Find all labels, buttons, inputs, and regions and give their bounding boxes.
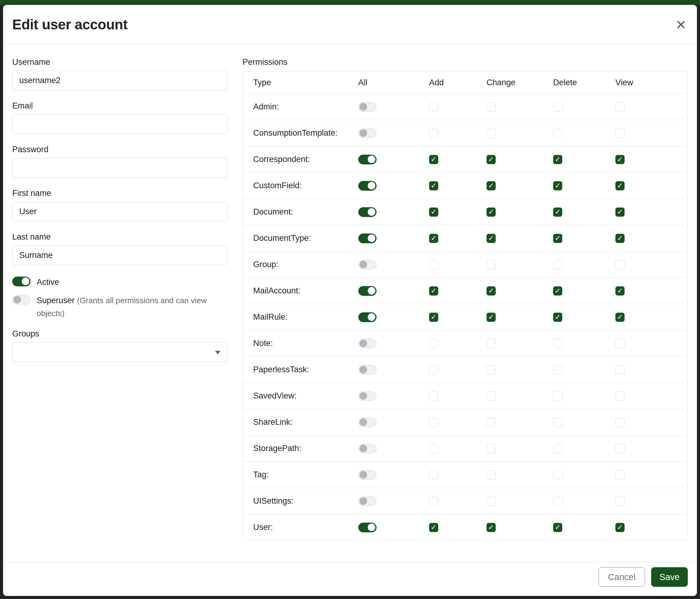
permission-change-checkbox[interactable] <box>486 155 496 164</box>
permission-delete-checkbox[interactable] <box>553 523 562 532</box>
permission-all-toggle[interactable] <box>358 102 377 112</box>
permission-delete-checkbox[interactable] <box>553 497 562 506</box>
last-name-input[interactable] <box>12 245 227 265</box>
permission-change-checkbox[interactable] <box>486 523 496 532</box>
permission-add-checkbox[interactable] <box>429 339 438 348</box>
permission-add-checkbox[interactable] <box>429 102 438 112</box>
permission-view-checkbox[interactable] <box>616 208 625 217</box>
permission-add-checkbox[interactable] <box>429 286 438 295</box>
permission-add-checkbox[interactable] <box>429 444 438 453</box>
permission-delete-checkbox[interactable] <box>553 129 562 138</box>
permission-view-checkbox[interactable] <box>616 286 625 295</box>
permission-change-checkbox[interactable] <box>486 260 496 269</box>
email-field[interactable] <box>12 114 227 134</box>
permission-change-checkbox[interactable] <box>486 286 496 295</box>
permission-view-checkbox[interactable] <box>616 365 625 375</box>
permission-delete-checkbox[interactable] <box>553 365 562 375</box>
permission-change-checkbox[interactable] <box>486 418 496 427</box>
toggle-knob <box>368 234 375 242</box>
permission-change-checkbox[interactable] <box>486 181 496 190</box>
permission-all-toggle[interactable] <box>358 470 377 480</box>
permission-delete-checkbox[interactable] <box>553 234 562 243</box>
permission-all-toggle[interactable] <box>358 339 377 349</box>
permission-change-checkbox[interactable] <box>486 313 496 322</box>
permission-change-checkbox[interactable] <box>486 444 496 453</box>
permission-add-checkbox[interactable] <box>429 391 438 401</box>
first-name-input[interactable] <box>12 202 227 221</box>
permission-view-checkbox[interactable] <box>616 497 625 506</box>
permission-view-checkbox[interactable] <box>616 339 625 348</box>
permission-delete-checkbox[interactable] <box>553 181 562 190</box>
permission-view-checkbox[interactable] <box>616 418 625 427</box>
permission-change-checkbox[interactable] <box>486 208 496 217</box>
permission-view-checkbox[interactable] <box>616 181 625 190</box>
permission-all-toggle[interactable] <box>358 312 377 322</box>
permission-all-toggle[interactable] <box>358 260 377 269</box>
permission-change-checkbox[interactable] <box>486 470 496 480</box>
permission-all-toggle[interactable] <box>358 523 377 532</box>
permission-delete-checkbox[interactable] <box>553 286 562 295</box>
save-button[interactable]: Save <box>651 567 688 587</box>
permission-add-checkbox[interactable] <box>429 523 438 532</box>
permission-all-toggle[interactable] <box>358 365 377 375</box>
permission-all-toggle[interactable] <box>358 154 377 164</box>
permission-all-toggle[interactable] <box>358 444 377 454</box>
permission-all-toggle[interactable] <box>358 234 377 243</box>
permission-add-checkbox[interactable] <box>429 313 438 322</box>
permission-delete-checkbox[interactable] <box>553 444 562 453</box>
permission-add-checkbox[interactable] <box>429 208 438 217</box>
permission-delete-checkbox[interactable] <box>553 418 562 427</box>
permission-add-checkbox[interactable] <box>429 155 438 164</box>
permission-view-checkbox[interactable] <box>616 444 625 453</box>
permission-delete-checkbox[interactable] <box>553 208 562 217</box>
permission-all-toggle[interactable] <box>358 207 377 217</box>
permission-view-checkbox[interactable] <box>616 129 625 138</box>
permission-row: MailRule: <box>243 304 688 330</box>
permission-all-toggle[interactable] <box>358 286 377 296</box>
permission-add-checkbox[interactable] <box>429 129 438 138</box>
permission-add-checkbox[interactable] <box>429 260 438 269</box>
permission-view-checkbox[interactable] <box>616 102 625 112</box>
permission-all-toggle[interactable] <box>358 128 377 138</box>
permission-change-checkbox[interactable] <box>486 339 496 348</box>
permission-delete-checkbox[interactable] <box>553 260 562 269</box>
close-icon[interactable]: × <box>674 16 688 33</box>
permission-view-checkbox[interactable] <box>616 523 625 532</box>
permission-all-toggle[interactable] <box>358 496 377 506</box>
permission-change-checkbox[interactable] <box>486 391 496 401</box>
permission-delete-checkbox[interactable] <box>553 102 562 112</box>
password-field[interactable] <box>12 158 227 177</box>
permission-delete-checkbox[interactable] <box>553 391 562 401</box>
permission-add-checkbox[interactable] <box>429 418 438 427</box>
permission-all-toggle[interactable] <box>358 417 377 427</box>
permission-change-checkbox[interactable] <box>486 497 496 506</box>
permissions-rows: Admin:ConsumptionTemplate:Correspondent:… <box>243 94 688 540</box>
permission-view-checkbox[interactable] <box>616 234 625 243</box>
permission-delete-checkbox[interactable] <box>553 313 562 322</box>
permission-all-toggle[interactable] <box>358 391 377 401</box>
superuser-toggle[interactable] <box>12 295 30 305</box>
permission-view-checkbox[interactable] <box>616 260 625 269</box>
permission-delete-checkbox[interactable] <box>553 155 562 164</box>
permission-view-checkbox[interactable] <box>616 313 625 322</box>
permission-add-checkbox[interactable] <box>429 365 438 375</box>
permission-add-checkbox[interactable] <box>429 470 438 480</box>
permission-add-checkbox[interactable] <box>429 234 438 243</box>
last-name-field-group: Last name <box>12 232 227 265</box>
username-input[interactable] <box>12 71 227 90</box>
permission-view-checkbox[interactable] <box>616 155 625 164</box>
permission-delete-checkbox[interactable] <box>553 339 562 348</box>
cancel-button[interactable]: Cancel <box>599 567 645 587</box>
permission-delete-checkbox[interactable] <box>553 470 562 480</box>
permission-change-checkbox[interactable] <box>486 102 496 112</box>
permission-view-checkbox[interactable] <box>616 470 625 480</box>
permission-all-toggle[interactable] <box>358 181 377 191</box>
permission-add-checkbox[interactable] <box>429 497 438 506</box>
permission-change-checkbox[interactable] <box>486 234 496 243</box>
groups-select[interactable] <box>12 342 227 362</box>
active-toggle[interactable] <box>12 277 30 286</box>
permission-change-checkbox[interactable] <box>486 129 496 138</box>
permission-view-checkbox[interactable] <box>616 391 625 401</box>
permission-add-checkbox[interactable] <box>429 181 438 190</box>
permission-change-checkbox[interactable] <box>486 365 496 375</box>
